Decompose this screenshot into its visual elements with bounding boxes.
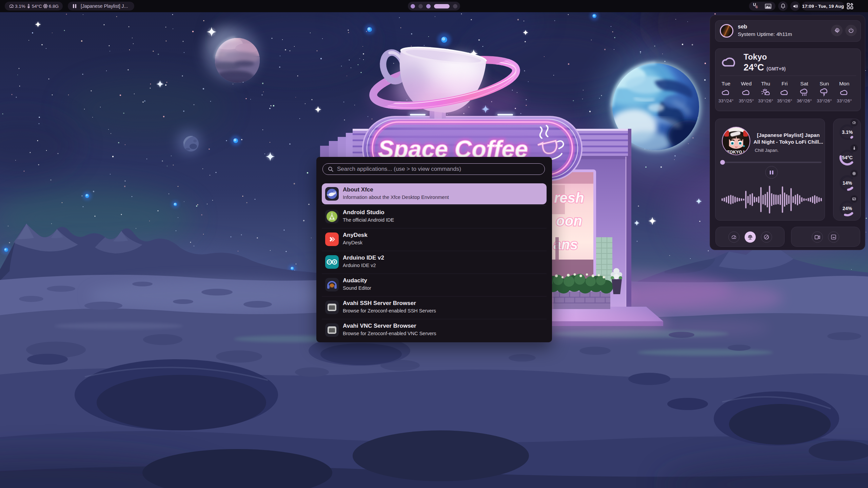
- svg-text:oon: oon: [556, 213, 582, 229]
- svg-text:resh: resh: [554, 190, 584, 206]
- svg-text:TOKYO L: TOKYO L: [727, 150, 746, 155]
